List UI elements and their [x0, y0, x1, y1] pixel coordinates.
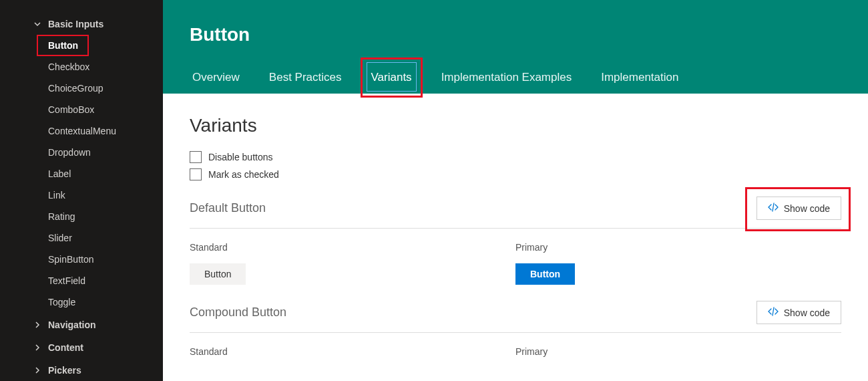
example-title: Default Button	[190, 201, 266, 215]
code-icon	[768, 203, 779, 214]
page-title: Button	[190, 24, 841, 45]
show-code-button[interactable]: Show code	[756, 301, 841, 324]
section-title: Variants	[190, 115, 841, 136]
content: Variants Disable buttons Mark as checked…	[163, 94, 868, 381]
example-header: Default Button Show code	[190, 197, 841, 229]
nav-item-label: ContextualMenu	[48, 126, 116, 136]
tab-label: Implementation	[601, 71, 678, 84]
tab-overview[interactable]: Overview	[190, 64, 242, 94]
nav-group-pickers: Pickers	[0, 360, 163, 381]
tab-label: Variants	[371, 71, 412, 84]
standard-button[interactable]: Button	[190, 263, 246, 285]
show-code-label: Show code	[784, 307, 830, 318]
tab-variants[interactable]: Variants	[369, 64, 415, 94]
column-header: Primary	[515, 242, 841, 253]
tab-label: Implementation Examples	[441, 71, 572, 84]
chevron-right-icon	[33, 343, 41, 354]
tab-implementation[interactable]: Implementation	[598, 64, 681, 94]
nav-item-button[interactable]: Button	[0, 35, 163, 56]
nav-group-navigation: Navigation	[0, 314, 163, 336]
nav-group-header-pickers[interactable]: Pickers	[0, 360, 163, 381]
nav-item-label: Link	[48, 190, 65, 201]
nav-group-header-content[interactable]: Content	[0, 337, 163, 358]
example-body: Standard Primary	[190, 346, 841, 368]
example-col-primary: Primary	[515, 346, 841, 368]
nav-item-choicegroup[interactable]: ChoiceGroup	[0, 78, 163, 99]
nav-item-textfield[interactable]: TextField	[0, 270, 163, 291]
nav-item-label: SpinButton	[48, 254, 94, 265]
nav-item-contextualmenu[interactable]: ContextualMenu	[0, 120, 163, 142]
checkbox-disable-buttons[interactable]: Disable buttons	[190, 151, 841, 163]
nav-item-checkbox[interactable]: Checkbox	[0, 56, 163, 78]
nav-item-label: Rating	[48, 211, 75, 222]
checkbox-mark-as-checked[interactable]: Mark as checked	[190, 168, 841, 180]
example-default-button: Default Button Show code Standard Button…	[190, 197, 841, 285]
example-col-primary: Primary Button	[515, 242, 841, 285]
nav-group-label: Basic Inputs	[48, 19, 103, 29]
column-header: Primary	[515, 346, 841, 357]
chevron-right-icon	[33, 320, 41, 331]
nav-item-toggle[interactable]: Toggle	[0, 291, 163, 313]
button-label: Button	[204, 269, 231, 279]
column-header: Standard	[190, 346, 515, 357]
hero-tabs: Overview Best Practices Variants Impleme…	[190, 64, 841, 94]
example-header: Compound Button Show code	[190, 301, 841, 333]
nav-item-label: TextField	[48, 275, 85, 286]
example-col-standard: Standard Button	[190, 242, 515, 285]
example-body: Standard Button Primary Button	[190, 242, 841, 285]
code-icon	[768, 307, 779, 318]
nav-group-header-navigation[interactable]: Navigation	[0, 314, 163, 336]
tab-label: Overview	[192, 71, 240, 84]
nav-item-label: Button	[48, 40, 78, 51]
nav-group-header-basic-inputs[interactable]: Basic Inputs	[0, 13, 163, 35]
nav-group-label: Pickers	[48, 365, 81, 376]
chevron-down-icon	[33, 19, 41, 30]
checkbox-box[interactable]	[190, 151, 202, 163]
nav-item-dropdown[interactable]: Dropdown	[0, 142, 163, 163]
primary-button[interactable]: Button	[515, 263, 575, 285]
nav-item-rating[interactable]: Rating	[0, 206, 163, 227]
checkbox-box[interactable]	[190, 168, 202, 180]
nav-group-label: Content	[48, 342, 83, 353]
nav-item-label: Toggle	[48, 297, 75, 307]
example-col-standard: Standard	[190, 346, 515, 368]
show-code-button[interactable]: Show code	[756, 197, 841, 220]
nav-item-label[interactable]: Label	[0, 163, 163, 184]
nav-group-label: Navigation	[48, 320, 96, 330]
checkbox-label: Disable buttons	[208, 152, 273, 162]
button-label: Button	[530, 269, 560, 279]
nav-item-link[interactable]: Link	[0, 184, 163, 206]
main: Button Overview Best Practices Variants …	[163, 0, 868, 381]
nav-item-combobox[interactable]: ComboBox	[0, 99, 163, 120]
nav-item-slider[interactable]: Slider	[0, 227, 163, 249]
tab-best-practices[interactable]: Best Practices	[266, 64, 345, 94]
nav-item-label: Slider	[48, 233, 72, 243]
example-compound-button: Compound Button Show code Standard Prima…	[190, 301, 841, 368]
nav-item-label: Label	[48, 168, 71, 179]
example-title: Compound Button	[190, 305, 286, 320]
nav-item-label: ChoiceGroup	[48, 83, 103, 94]
tab-implementation-examples[interactable]: Implementation Examples	[439, 64, 575, 94]
column-header: Standard	[190, 242, 515, 253]
chevron-right-icon	[33, 366, 41, 376]
nav-group-content: Content	[0, 337, 163, 358]
sidebar: Basic Inputs Button Checkbox ChoiceGroup…	[0, 0, 163, 381]
nav-group-basic-inputs: Basic Inputs Button Checkbox ChoiceGroup…	[0, 13, 163, 313]
tab-label: Best Practices	[269, 71, 342, 84]
hero: Button Overview Best Practices Variants …	[163, 0, 868, 94]
nav-item-label: Dropdown	[48, 147, 91, 158]
nav-item-label: Checkbox	[48, 61, 89, 72]
nav-item-label: ComboBox	[48, 104, 94, 115]
show-code-label: Show code	[784, 203, 830, 214]
nav-item-spinbutton[interactable]: SpinButton	[0, 249, 163, 270]
checkbox-label: Mark as checked	[208, 169, 279, 180]
